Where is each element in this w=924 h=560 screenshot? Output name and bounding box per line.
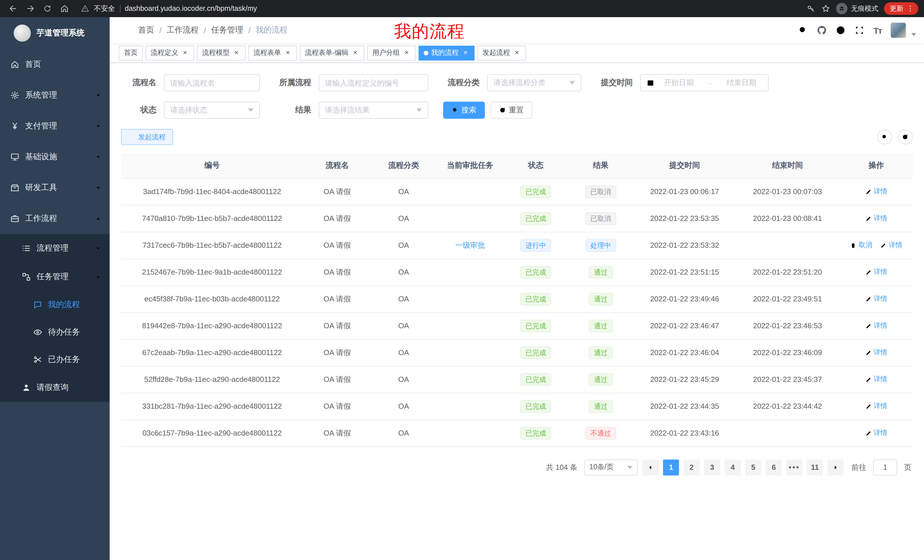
close-icon[interactable]: × [284, 49, 292, 57]
close-icon[interactable]: × [403, 49, 411, 57]
detail-button[interactable]: 详情 [865, 294, 887, 304]
process-category: OA [371, 259, 436, 285]
breadcrumb-home[interactable]: 首页 [138, 25, 154, 35]
sidebar-item-devtools[interactable]: 研发工具 [0, 172, 110, 203]
tab-process-model[interactable]: 流程模型× [197, 45, 246, 60]
chevron-down-icon [569, 81, 575, 84]
detail-button[interactable]: 详情 [865, 267, 887, 277]
page-button-5[interactable]: 5 [745, 459, 761, 475]
close-icon[interactable]: × [232, 49, 240, 57]
close-icon[interactable]: × [181, 49, 189, 57]
browser-menu-icon[interactable] [906, 4, 914, 13]
refresh-table-button[interactable] [898, 130, 913, 144]
search-button[interactable]: 搜索 [443, 102, 485, 119]
detail-button[interactable]: 详情 [880, 240, 902, 250]
breadcrumb-task-mgmt[interactable]: 任务管理 [211, 25, 243, 35]
detail-button[interactable]: 详情 [865, 187, 887, 196]
avatar-caret-icon[interactable] [911, 33, 916, 36]
page-size-select[interactable]: 10条/页 [584, 459, 638, 475]
reset-button[interactable]: 重置 [490, 102, 532, 119]
browser-home-icon[interactable] [57, 1, 72, 16]
sidebar-item-my-process[interactable]: 我的流程 [0, 291, 110, 319]
sidebar-item-done-task[interactable]: 已办任务 [0, 346, 110, 373]
detail-button[interactable]: 详情 [865, 214, 887, 223]
table-row: 2152467e-7b9b-11ec-9a1b-acde48001122 OA … [121, 259, 913, 285]
gear-icon [10, 91, 20, 100]
page-unit-label: 页 [904, 462, 911, 472]
category-select[interactable]: 请选择流程分类 [487, 74, 581, 91]
search-icon[interactable] [798, 25, 808, 35]
address-bar[interactable]: 不安全 dashboard.yudao.iocoder.cn/bpm/task/… [81, 4, 798, 13]
bookmark-star-icon[interactable] [821, 4, 830, 13]
filter-submit-time: 提交时间 开始日期 - 结束日期 [596, 74, 769, 91]
detail-button[interactable]: 详情 [865, 428, 887, 438]
sidebar-item-leave-query[interactable]: 请假查询 [0, 373, 110, 402]
tab-user-group[interactable]: 用户分组× [367, 45, 416, 60]
more-pages-button[interactable]: ••• [786, 459, 802, 475]
start-process-button[interactable]: 发起流程 [121, 129, 173, 145]
sidebar-item-process-mgmt[interactable]: 流程管理 [0, 234, 110, 263]
browser-forward-icon[interactable] [23, 1, 38, 16]
page-jump-input[interactable] [873, 459, 897, 475]
tab-process-form[interactable]: 流程表单× [248, 45, 297, 60]
page-button-2[interactable]: 2 [684, 459, 700, 475]
hamburger-icon[interactable] [119, 25, 129, 35]
result-select[interactable]: 请选择流结果 [319, 102, 428, 119]
sidebar-item-task-mgmt[interactable]: 任务管理 [0, 263, 110, 291]
page-button-6[interactable]: 6 [766, 459, 782, 475]
close-icon[interactable]: × [513, 49, 521, 57]
help-icon[interactable] [836, 25, 846, 35]
table-header-row: 编号 流程名 流程分类 当前审批任务 状态 结果 提交时间 结束时间 操作 [121, 153, 913, 178]
page-button-11[interactable]: 11 [807, 459, 823, 475]
fullscreen-icon[interactable] [855, 25, 865, 35]
detail-button[interactable]: 详情 [865, 347, 887, 357]
sidebar-item-system[interactable]: 系统管理 [0, 80, 110, 111]
edit-icon [865, 430, 872, 436]
font-size-icon[interactable]: Tт [873, 25, 882, 35]
prev-page-button[interactable] [642, 459, 658, 475]
page-button-3[interactable]: 3 [704, 459, 720, 475]
process-name-input[interactable] [164, 74, 260, 91]
process-id: 67c2eaab-7b9a-11ec-a290-acde48001122 [121, 339, 303, 366]
tab-process-definition[interactable]: 流程定义× [146, 45, 194, 60]
tab-start-process[interactable]: 发起流程× [477, 45, 526, 60]
sidebar-item-workflow[interactable]: 工作流程 [0, 203, 110, 234]
col-end-time: 结束时间 [735, 153, 840, 178]
logo[interactable]: 芋道管理系统 [0, 17, 110, 49]
browser-reload-icon[interactable] [40, 1, 55, 16]
result-badge: 通过 [589, 293, 613, 305]
process-category: OA [371, 178, 436, 205]
user-avatar[interactable] [890, 22, 906, 38]
yen-icon [10, 121, 20, 131]
tab-process-form-edit[interactable]: 流程表单-编辑× [300, 45, 364, 60]
tab-my-process[interactable]: 我的流程× [418, 45, 475, 60]
show-search-button[interactable] [877, 130, 892, 144]
sidebar-item-home[interactable]: 首页 [0, 49, 110, 80]
update-button[interactable]: 更新 [884, 2, 918, 15]
detail-button[interactable]: 详情 [865, 321, 887, 331]
cancel-button[interactable]: 取消 [850, 240, 872, 250]
status-select[interactable]: 请选择状态 [164, 102, 260, 119]
github-icon[interactable] [817, 25, 827, 35]
close-icon[interactable]: × [461, 49, 470, 57]
sidebar-item-infra[interactable]: 基础设施 [0, 142, 110, 172]
breadcrumb-workflow[interactable]: 工作流程 [167, 25, 199, 35]
detail-button[interactable]: 详情 [865, 374, 887, 384]
next-page-button[interactable] [828, 459, 843, 475]
tab-home[interactable]: 首页 [119, 45, 143, 60]
close-icon[interactable]: × [351, 49, 359, 57]
flow-icon [22, 272, 31, 281]
sidebar-item-todo-task[interactable]: 待办任务 [0, 319, 110, 346]
security-label[interactable]: 不安全 [94, 4, 115, 13]
process-definition-input[interactable] [319, 74, 428, 91]
status-badge: 已完成 [520, 400, 551, 412]
date-range-picker[interactable]: 开始日期 - 结束日期 [640, 74, 769, 91]
current-task-link[interactable]: 一级审批 [455, 241, 485, 249]
password-key-icon[interactable] [806, 4, 816, 13]
detail-button[interactable]: 详情 [865, 401, 887, 411]
page-button-4[interactable]: 4 [725, 459, 741, 475]
page-button-1[interactable]: 1 [663, 459, 679, 475]
browser-back-icon[interactable] [6, 1, 21, 16]
url-text[interactable]: dashboard.yudao.iocoder.cn/bpm/task/my [125, 4, 257, 13]
sidebar-item-payment[interactable]: 支付管理 [0, 111, 110, 142]
